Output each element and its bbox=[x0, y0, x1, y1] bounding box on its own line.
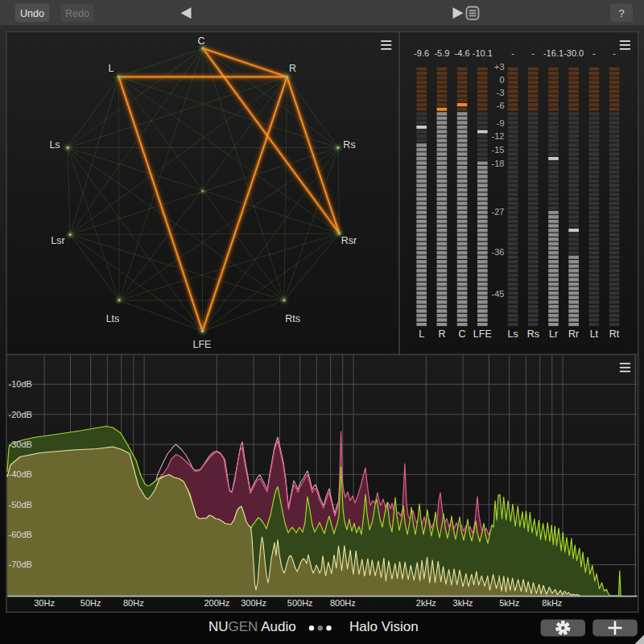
svg-text:-27: -27 bbox=[492, 207, 505, 217]
svg-text:R: R bbox=[289, 63, 296, 74]
svg-text:-16.1: -16.1 bbox=[543, 48, 564, 58]
svg-text:3kHz: 3kHz bbox=[453, 598, 473, 608]
svg-text:0: 0 bbox=[499, 75, 504, 85]
svg-text:-3: -3 bbox=[497, 88, 505, 97]
svg-text:-60dB: -60dB bbox=[9, 530, 32, 539]
svg-text:LFE: LFE bbox=[473, 328, 492, 340]
svg-text:-12: -12 bbox=[492, 131, 505, 141]
svg-text:-30.0: -30.0 bbox=[564, 48, 584, 58]
svg-text:NUGEN Audio: NUGEN Audio bbox=[208, 619, 296, 634]
svg-text:L: L bbox=[109, 63, 114, 74]
svg-text:-45: -45 bbox=[492, 289, 505, 299]
svg-text:-20dB: -20dB bbox=[9, 410, 32, 419]
svg-text:Lts: Lts bbox=[106, 313, 120, 324]
svg-text:Halo Vision: Halo Vision bbox=[349, 619, 419, 634]
svg-text:+3: +3 bbox=[494, 62, 505, 72]
svg-text:LFE: LFE bbox=[193, 339, 212, 350]
svg-text:-10dB: -10dB bbox=[9, 379, 32, 389]
svg-text:-15: -15 bbox=[492, 145, 505, 155]
svg-text:Rs: Rs bbox=[343, 139, 355, 151]
svg-text:5kHz: 5kHz bbox=[499, 598, 519, 608]
svg-text:30Hz: 30Hz bbox=[34, 598, 55, 608]
svg-text:200Hz: 200Hz bbox=[204, 598, 229, 608]
svg-text:Ls: Ls bbox=[507, 328, 518, 340]
svg-text:Rr: Rr bbox=[568, 328, 579, 340]
svg-text:-: - bbox=[613, 48, 616, 58]
svg-text:500Hz: 500Hz bbox=[287, 598, 313, 608]
svg-text:C: C bbox=[459, 328, 466, 340]
svg-text:Rts: Rts bbox=[285, 313, 300, 324]
svg-text:?: ? bbox=[618, 7, 624, 19]
svg-text:Lt: Lt bbox=[590, 328, 599, 340]
svg-text:-9: -9 bbox=[497, 118, 505, 128]
svg-text:Rsr: Rsr bbox=[341, 235, 357, 246]
svg-text:-: - bbox=[592, 48, 596, 58]
svg-text:Lsr: Lsr bbox=[51, 235, 64, 246]
svg-text:C: C bbox=[197, 35, 204, 47]
svg-text:80Hz: 80Hz bbox=[123, 598, 144, 608]
svg-text:-4.6: -4.6 bbox=[455, 48, 470, 58]
svg-text:-30dB: -30dB bbox=[9, 440, 32, 449]
svg-text:50Hz: 50Hz bbox=[80, 598, 101, 608]
svg-text:R: R bbox=[438, 328, 445, 340]
svg-text:-18: -18 bbox=[492, 159, 505, 168]
svg-text:-9.6: -9.6 bbox=[414, 48, 429, 58]
svg-text:Undo: Undo bbox=[20, 8, 44, 19]
svg-text:-: - bbox=[511, 48, 514, 58]
svg-text:-50dB: -50dB bbox=[9, 500, 32, 510]
svg-text:-: - bbox=[531, 48, 535, 58]
svg-text:Ls: Ls bbox=[49, 139, 60, 151]
svg-text:Lr: Lr bbox=[549, 328, 558, 340]
svg-text:Rt: Rt bbox=[609, 328, 620, 340]
svg-text:2kHz: 2kHz bbox=[416, 598, 436, 608]
svg-text:8kHz: 8kHz bbox=[542, 598, 562, 608]
svg-text:L: L bbox=[419, 328, 424, 340]
svg-text:Redo: Redo bbox=[65, 8, 89, 19]
svg-text:-70dB: -70dB bbox=[9, 559, 32, 569]
svg-text:-40dB: -40dB bbox=[9, 469, 32, 479]
svg-text:800Hz: 800Hz bbox=[330, 598, 356, 608]
svg-text:-5.9: -5.9 bbox=[434, 48, 449, 58]
svg-text:300Hz: 300Hz bbox=[241, 598, 266, 608]
svg-text:Rs: Rs bbox=[527, 328, 539, 340]
svg-text:-6: -6 bbox=[497, 101, 505, 110]
svg-text:-10.1: -10.1 bbox=[473, 48, 493, 58]
svg-text:-36: -36 bbox=[492, 247, 505, 257]
